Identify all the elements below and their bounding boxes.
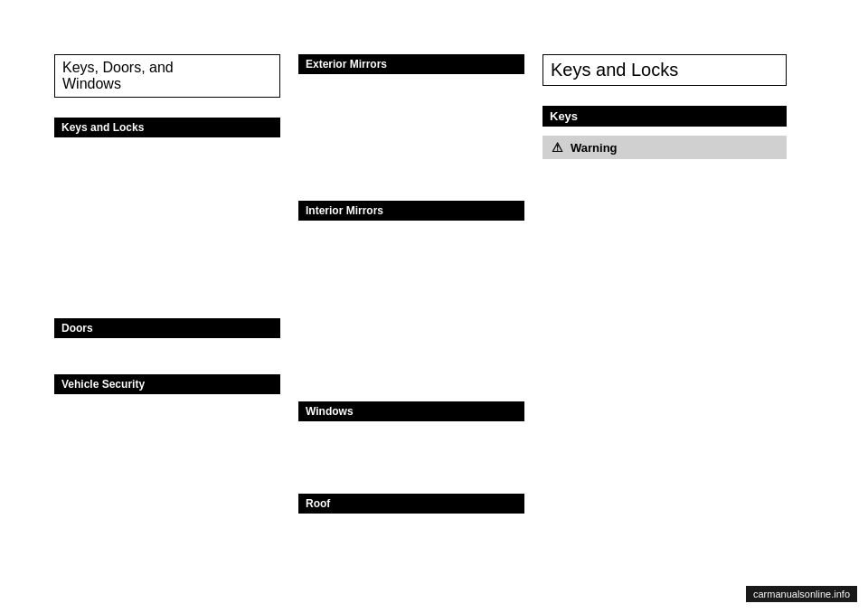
interior-mirrors-header[interactable]: Interior Mirrors (298, 201, 524, 221)
warning-box: ⚠ Warning (542, 136, 787, 159)
warning-icon: ⚠ (552, 140, 563, 155)
roof-header[interactable]: Roof (298, 494, 524, 514)
right-column: Keys and Locks Keys ⚠ Warning (542, 54, 787, 559)
middle-column: Exterior Mirrors Interior Mirrors Window… (298, 54, 542, 559)
main-title-text-line2: Windows (62, 76, 121, 91)
windows-header[interactable]: Windows (298, 401, 524, 421)
main-title-text: Keys, Doors, and (62, 60, 174, 75)
warning-label: Warning (571, 141, 618, 155)
watermark: carmanualsonline.info (746, 586, 857, 602)
right-column-title: Keys and Locks (542, 54, 787, 86)
doors-header[interactable]: Doors (54, 318, 280, 338)
page-container: Keys, Doors, and Windows Keys and Locks … (0, 0, 868, 613)
keys-subheader[interactable]: Keys (542, 106, 787, 127)
exterior-mirrors-header[interactable]: Exterior Mirrors (298, 54, 524, 74)
main-title: Keys, Doors, and Windows (54, 54, 280, 98)
vehicle-security-header[interactable]: Vehicle Security (54, 374, 280, 394)
left-column: Keys, Doors, and Windows Keys and Locks … (54, 54, 298, 559)
keys-and-locks-header[interactable]: Keys and Locks (54, 118, 280, 137)
